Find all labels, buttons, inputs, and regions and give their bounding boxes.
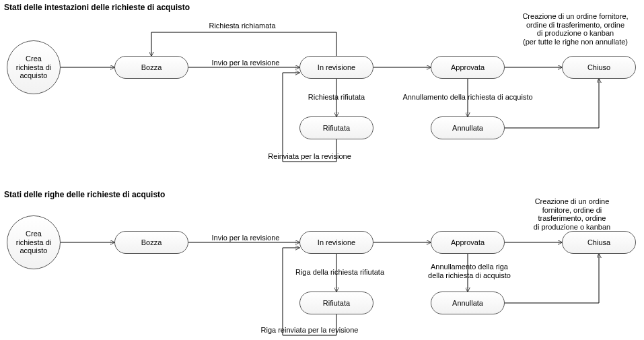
d1-inrevisione-node: In revisione — [299, 56, 373, 79]
d2-bozza-label: Bozza — [141, 238, 162, 247]
d2-edge-creazione: Creazione di un ordine fornitore, ordine… — [508, 197, 636, 232]
d1-edge-richiamata: Richiesta richiamata — [192, 22, 293, 30]
d1-annullata-node: Annullata — [431, 116, 505, 139]
d1-start-label: Crea richiesta di acquisto — [11, 55, 56, 80]
d1-chiuso-label: Chiuso — [587, 63, 610, 72]
d1-rifiutata-node: Rifiutata — [299, 116, 373, 139]
diagram2-title: Stati delle righe delle richieste di acq… — [4, 190, 165, 199]
d2-inrevisione-label: In revisione — [318, 238, 355, 247]
d1-edge-reinviata: Reinviata per la revisione — [252, 152, 367, 161]
d2-approvata-node: Approvata — [431, 231, 505, 254]
d2-bozza-node: Bozza — [114, 231, 188, 254]
d1-chiuso-node: Chiuso — [562, 56, 636, 79]
d2-chiusa-node: Chiusa — [562, 231, 636, 254]
d2-edge-rigarifiutata: Riga della richiesta rifiutata — [283, 268, 397, 277]
d1-bozza-node: Bozza — [114, 56, 188, 79]
d1-rifiutata-label: Rifiutata — [323, 124, 350, 133]
d2-start-node: Crea richiesta di acquisto — [7, 215, 61, 269]
d1-edge-invio: Invio per la revisione — [195, 59, 296, 67]
d1-start-node: Crea richiesta di acquisto — [7, 40, 61, 94]
d2-rifiutata-label: Rifiutata — [323, 299, 350, 308]
d2-edge-annullamentoriga: Annullamento della riga della richiesta … — [410, 263, 528, 279]
connectors — [0, 0, 644, 340]
d2-edge-rigareinviata: Riga reinviata per la revisione — [239, 326, 380, 335]
d2-annullata-label: Annullata — [452, 299, 483, 308]
workflow-diagram: Stati delle intestazioni delle richieste… — [0, 0, 644, 340]
d1-bozza-label: Bozza — [141, 63, 162, 72]
d1-edge-rifiutata: Richiesta rifiutata — [296, 93, 377, 102]
d1-inrevisione-label: In revisione — [318, 63, 355, 72]
d2-inrevisione-node: In revisione — [299, 231, 373, 254]
d2-approvata-label: Approvata — [451, 238, 485, 247]
d1-edge-annullamento: Annullamento della richiesta di acquisto — [390, 93, 545, 102]
d2-annullata-node: Annullata — [431, 292, 505, 314]
d1-approvata-label: Approvata — [451, 63, 485, 72]
d2-start-label: Crea richiesta di acquisto — [11, 230, 56, 255]
d2-rifiutata-node: Rifiutata — [299, 292, 373, 314]
d1-approvata-node: Approvata — [431, 56, 505, 79]
d1-edge-creazione: Creazione di un ordine fornitore, ordine… — [508, 12, 643, 46]
d1-annullata-label: Annullata — [452, 124, 483, 133]
diagram1-title: Stati delle intestazioni delle richieste… — [4, 3, 190, 12]
d2-edge-invio: Invio per la revisione — [195, 234, 296, 242]
d2-chiusa-label: Chiusa — [587, 238, 610, 247]
